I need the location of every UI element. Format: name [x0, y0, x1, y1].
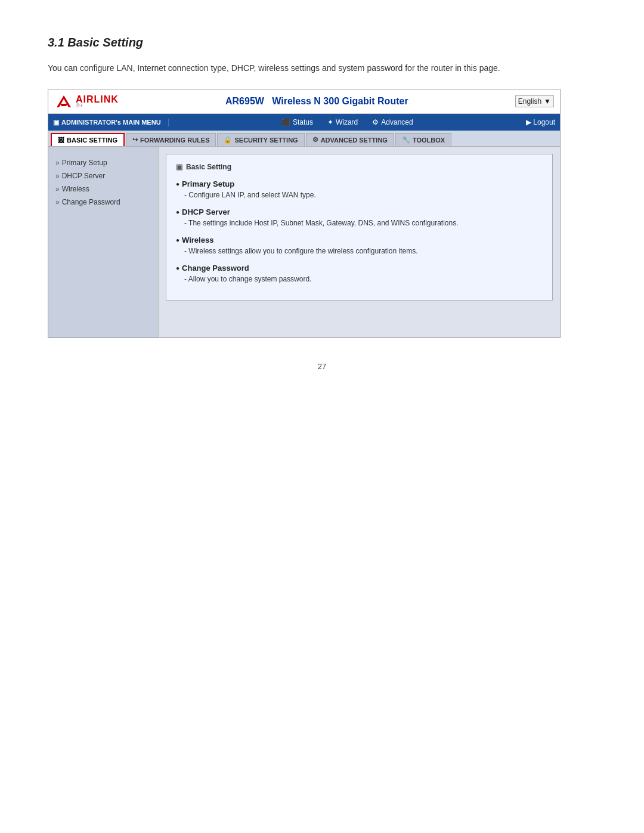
router-model-title: AR695W Wireless N 300 Gigabit Router: [119, 96, 515, 107]
nav-status-label: Status: [293, 118, 313, 126]
nav-status[interactable]: ⬛ Status: [281, 118, 313, 126]
section-dhcp-server: DHCP Server - The settings include Host …: [176, 208, 543, 228]
nav-advanced-label: Advanced: [381, 118, 413, 126]
sidebar-wireless-label: Wireless: [62, 185, 89, 193]
section-change-password: Change Password - Allow you to change sy…: [176, 264, 543, 284]
wizard-icon: ✦: [327, 118, 333, 126]
sidebar-change-password-label: Change Password: [62, 198, 120, 206]
wireless-heading-text: Wireless: [182, 236, 213, 244]
language-select[interactable]: English ▼: [515, 95, 554, 107]
section-primary-setup: Primary Setup - Configure LAN IP, and se…: [176, 179, 543, 200]
nav-wizard-label: Wizard: [336, 118, 358, 126]
change-password-heading-text: Change Password: [182, 264, 249, 272]
router-model-desc: Wireless N 300 Gigabit Router: [272, 96, 408, 106]
forwarding-icon: ↪: [132, 136, 138, 144]
nav-advanced[interactable]: ⚙ Advanced: [372, 118, 413, 126]
router-nav: ▣ ADMINISTRATOR's MAIN MENU ⬛ Status ✦ W…: [48, 114, 560, 131]
content-box-title-text: Basic Setting: [186, 163, 231, 171]
section-desc-primary-setup: - Configure LAN IP, and select WAN type.: [176, 190, 543, 200]
tab-toolbox-label: TOOLBOX: [413, 137, 445, 144]
router-model-name: AR695W: [225, 96, 264, 106]
main-content: Basic Setting Primary Setup - Configure …: [159, 147, 560, 337]
tab-forwarding-rules[interactable]: ↪ FORWARDING RULES: [126, 133, 216, 146]
basic-setting-icon: 🖼: [58, 137, 64, 144]
security-icon: 🔒: [224, 136, 232, 144]
admin-icon: ▣: [53, 119, 59, 126]
content-box: Basic Setting Primary Setup - Configure …: [166, 154, 553, 301]
tab-security-label: SECURITY SETTING: [234, 137, 298, 144]
content-box-title: Basic Setting: [176, 163, 543, 171]
tab-bar: 🖼 BASIC SETTING ↪ FORWARDING RULES 🔒 SEC…: [48, 131, 560, 147]
section-heading-change-password: Change Password: [176, 264, 543, 272]
page-title: 3.1 Basic Setting: [48, 36, 596, 49]
language-value: English: [518, 97, 541, 106]
section-wireless: Wireless - Wireless settings allow you t…: [176, 236, 543, 256]
nav-wizard[interactable]: ✦ Wizard: [327, 118, 358, 126]
svg-marker-1: [60, 104, 67, 106]
tab-advanced-label: ADVANCED SETTING: [321, 137, 388, 144]
admin-menu-label: ADMINISTRATOR's MAIN MENU: [61, 119, 161, 126]
sidebar-primary-setup-label: Primary Setup: [62, 159, 107, 167]
logout-button[interactable]: ▶ Logout: [526, 118, 555, 126]
primary-setup-heading-text: Primary Setup: [182, 179, 234, 188]
status-icon: ⬛: [281, 118, 290, 126]
dhcp-server-heading-text: DHCP Server: [182, 208, 230, 216]
sidebar-item-dhcp-server[interactable]: DHCP Server: [55, 169, 151, 182]
page-number: 27: [48, 362, 596, 371]
toolbox-icon: 🔧: [402, 136, 410, 144]
tab-security-setting[interactable]: 🔒 SECURITY SETTING: [217, 133, 304, 146]
sidebar: Primary Setup DHCP Server Wireless Chang…: [48, 147, 159, 337]
logout-arrow-icon: ▶: [526, 118, 531, 126]
brand-logo: AIRLINK ®+: [54, 93, 119, 110]
section-desc-wireless: - Wireless settings allow you to configu…: [176, 246, 543, 256]
tab-advanced-setting[interactable]: ⚙ ADVANCED SETTING: [306, 133, 394, 146]
logout-label: Logout: [533, 118, 555, 126]
sidebar-item-primary-setup[interactable]: Primary Setup: [55, 156, 151, 169]
tab-toolbox[interactable]: 🔧 TOOLBOX: [395, 133, 451, 146]
content-area: Primary Setup DHCP Server Wireless Chang…: [48, 147, 560, 337]
advanced-icon: ⚙: [372, 118, 379, 126]
page-description: You can configure LAN, Internet connecti…: [48, 61, 596, 75]
advanced-setting-icon: ⚙: [312, 136, 318, 144]
section-heading-dhcp-server: DHCP Server: [176, 208, 543, 216]
tab-basic-setting[interactable]: 🖼 BASIC SETTING: [51, 133, 125, 146]
tab-basic-setting-label: BASIC SETTING: [67, 137, 117, 144]
router-header: AIRLINK ®+ AR695W Wireless N 300 Gigabit…: [48, 89, 560, 114]
sidebar-dhcp-server-label: DHCP Server: [62, 172, 105, 180]
airlink-logo-icon: [54, 93, 73, 110]
sidebar-item-change-password[interactable]: Change Password: [55, 196, 151, 209]
section-heading-primary-setup: Primary Setup: [176, 179, 543, 188]
sidebar-item-wireless[interactable]: Wireless: [55, 182, 151, 196]
router-ui-frame: AIRLINK ®+ AR695W Wireless N 300 Gigabit…: [48, 89, 561, 338]
admin-menu-link[interactable]: ▣ ADMINISTRATOR's MAIN MENU: [53, 119, 169, 126]
section-desc-dhcp-server: - The settings include Host IP, Subnet M…: [176, 218, 543, 228]
chevron-down-icon: ▼: [544, 97, 551, 106]
brand-text: AIRLINK ®+: [76, 94, 119, 109]
section-heading-wireless: Wireless: [176, 236, 543, 244]
section-desc-change-password: - Allow you to change system password.: [176, 274, 543, 284]
tab-forwarding-label: FORWARDING RULES: [140, 137, 210, 144]
nav-main-items: ⬛ Status ✦ Wizard ⚙ Advanced: [169, 118, 526, 126]
